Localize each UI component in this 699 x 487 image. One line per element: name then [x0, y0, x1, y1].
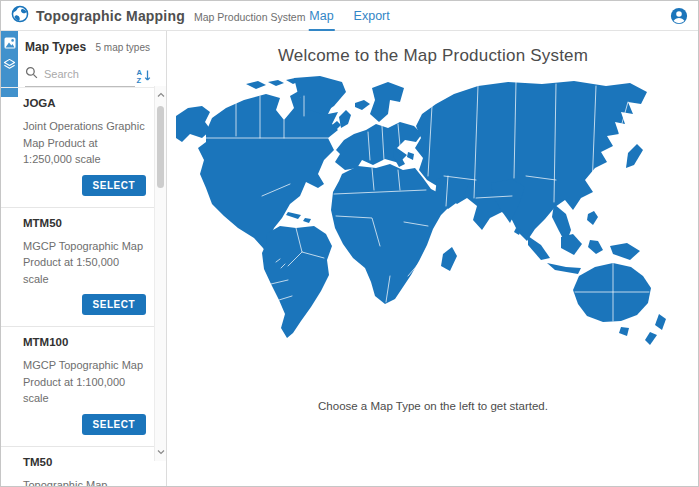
- sort-az-icon[interactable]: A Z: [135, 67, 153, 85]
- map-type-description: Topographic Map Product at 1:50,000 scal…: [23, 477, 146, 487]
- list-scrollbar[interactable]: [154, 86, 166, 461]
- map-type-item-tm50: TM50 Topographic Map Product at 1:50,000…: [1, 447, 154, 487]
- map-type-description: Joint Operations Graphic Map Product at …: [23, 118, 146, 168]
- chevron-down-icon[interactable]: [155, 445, 167, 459]
- main-content: Welcome to the Map Production System: [168, 31, 698, 486]
- select-button-mtm50[interactable]: SELECT: [82, 294, 146, 315]
- select-button-joga[interactable]: SELECT: [82, 175, 146, 196]
- globe-icon: [11, 5, 36, 27]
- search-row: A Z: [25, 64, 153, 88]
- layers-icon[interactable]: [3, 58, 16, 71]
- map-types-panel: Map Types 5 map types A Z: [1, 31, 167, 486]
- top-navigation: Map Export: [308, 1, 390, 31]
- chevron-up-icon[interactable]: [155, 88, 167, 102]
- map-type-item-joga: JOGA Joint Operations Graphic Map Produc…: [1, 88, 154, 208]
- map-type-name: MTM100: [23, 336, 146, 348]
- app-header: Topographic Mapping Map Production Syste…: [1, 1, 698, 31]
- map-type-item-mtm100: MTM100 MGCP Topographic Map Product at 1…: [1, 327, 154, 447]
- search-input[interactable]: [44, 68, 132, 80]
- user-avatar-icon[interactable]: [670, 7, 688, 25]
- map-types-icon[interactable]: [3, 36, 16, 49]
- instruction-text: Choose a Map Type on the left to get sta…: [168, 400, 698, 412]
- scrollbar-thumb[interactable]: [157, 106, 164, 188]
- map-type-description: MGCP Topographic Map Product at 1:50,000…: [23, 238, 146, 288]
- app-title: Topographic Mapping: [36, 8, 185, 24]
- map-type-name: JOGA: [23, 97, 146, 109]
- map-type-item-mtm50: MTM50 MGCP Topographic Map Product at 1:…: [1, 208, 154, 328]
- map-type-name: MTM50: [23, 217, 146, 229]
- search-box: [25, 65, 135, 87]
- app-subtitle: Map Production System: [194, 9, 305, 23]
- map-type-description: MGCP Topographic Map Product at 1:100,00…: [23, 357, 146, 407]
- svg-text:Z: Z: [137, 76, 142, 85]
- map-type-name: TM50: [23, 456, 146, 468]
- brand: Topographic Mapping Map Production Syste…: [11, 5, 305, 27]
- search-icon: [25, 65, 38, 83]
- select-button-mtm100[interactable]: SELECT: [82, 414, 146, 435]
- nav-tab-map[interactable]: Map: [308, 1, 334, 31]
- welcome-title: Welcome to the Map Production System: [168, 46, 698, 66]
- map-types-count: 5 map types: [96, 42, 150, 53]
- nav-tab-export[interactable]: Export: [353, 1, 391, 31]
- app-window: Topographic Mapping Map Production Syste…: [0, 0, 699, 487]
- world-map-graphic: [176, 76, 691, 391]
- map-type-list: JOGA Joint Operations Graphic Map Produc…: [1, 87, 154, 486]
- panel-title: Map Types: [25, 40, 86, 54]
- panel-header: Map Types 5 map types: [25, 40, 150, 54]
